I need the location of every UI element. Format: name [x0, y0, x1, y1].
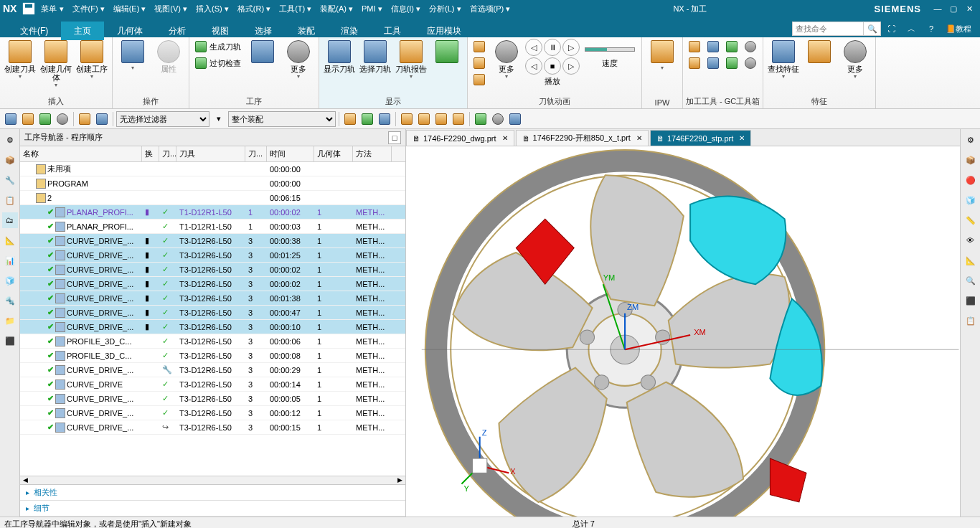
gc-8[interactable]: [742, 55, 759, 71]
tb-10[interactable]: [377, 111, 392, 127]
speed-button[interactable]: 速度: [581, 39, 639, 69]
tb-5[interactable]: [77, 111, 93, 127]
search-input[interactable]: [792, 22, 864, 36]
rr-8[interactable]: 🔍: [963, 273, 979, 288]
menu-11[interactable]: 首选项(P) ▾: [466, 4, 515, 13]
properties-button[interactable]: 属性: [151, 39, 186, 75]
select-toolpath-button[interactable]: 选择刀轨: [358, 39, 392, 75]
rewind-icon[interactable]: ◁: [525, 57, 542, 75]
col-tool-short[interactable]: 刀...: [159, 146, 176, 161]
col-method[interactable]: 方法: [353, 146, 392, 161]
help-icon[interactable]: ?: [923, 20, 940, 37]
filter-select-2[interactable]: 整个装配: [228, 111, 336, 127]
ipw-button[interactable]: ▾: [645, 39, 679, 72]
tb-12[interactable]: [416, 111, 432, 127]
minimize-button[interactable]: —: [931, 2, 944, 15]
collapse-icon[interactable]: ︿: [903, 20, 920, 37]
show-toolpath-button[interactable]: 显示刀轨: [322, 39, 357, 75]
close-icon[interactable]: ✕: [502, 134, 508, 142]
rail-asm-icon[interactable]: 🔧: [2, 172, 18, 188]
rail-tree-icon[interactable]: 📋: [2, 192, 18, 208]
menu-6[interactable]: 工具(T) ▾: [275, 4, 316, 13]
rr-2[interactable]: 📦: [963, 152, 979, 168]
tb-3[interactable]: [37, 111, 53, 127]
gc-2[interactable]: [686, 55, 703, 71]
gc-1[interactable]: [686, 39, 703, 55]
rr-6[interactable]: 👁: [963, 232, 979, 248]
tree-row[interactable]: ✔CURVE_DRIVE✓T3-D12R6-L50300:00:141METH.…: [20, 377, 405, 392]
menu-0[interactable]: 菜单 ▾: [37, 4, 67, 13]
tb-8[interactable]: [342, 111, 358, 127]
find-feature-button[interactable]: 查找特征▾: [766, 39, 801, 81]
menu-3[interactable]: 视图(V) ▾: [150, 4, 192, 13]
search-icon[interactable]: 🔍: [864, 22, 881, 36]
menu-7[interactable]: 装配(A) ▾: [316, 4, 357, 13]
tree-row[interactable]: 200:06:15: [20, 191, 405, 205]
tree-row[interactable]: ✔PLANAR_PROFI...▮✓T1-D12R1-L50100:00:021…: [20, 205, 405, 220]
menu-2[interactable]: 编辑(E) ▾: [109, 4, 151, 13]
rail-e[interactable]: 📁: [2, 313, 18, 329]
create-geometry-button[interactable]: 创建几何体▾: [39, 39, 73, 90]
step-back-icon[interactable]: ◁: [525, 39, 542, 56]
menu-10[interactable]: 分析(L) ▾: [425, 4, 466, 13]
doc-tab-1[interactable]: 🗎1746F2290-开粗850_x_t.prt✕: [516, 130, 649, 146]
create-tool-button[interactable]: 创建刀具▾: [3, 39, 37, 81]
rr-5[interactable]: 📏: [963, 212, 979, 228]
tree-row[interactable]: ✔CURVE_DRIVE_...↪T3-D12R6-L50300:00:151M…: [20, 420, 405, 435]
tree-row[interactable]: ✔CURVE_DRIVE_...▮✓T3-D12R6-L50300:00:021…: [20, 277, 405, 291]
save-icon[interactable]: [22, 1, 36, 16]
details-panel[interactable]: 细节: [20, 501, 405, 517]
tb-7[interactable]: ▾: [211, 111, 227, 127]
rail-a[interactable]: 📐: [2, 232, 18, 248]
stop-icon[interactable]: ■: [544, 57, 561, 75]
play-icon[interactable]: ▷: [562, 39, 580, 56]
doc-tab-0[interactable]: 🗎1746-F2290_dwg.prt✕: [406, 130, 514, 146]
rr-7[interactable]: 📐: [963, 253, 979, 268]
fullscreen-icon[interactable]: ⛶: [882, 20, 900, 37]
rr-1[interactable]: ⚙: [963, 132, 979, 148]
tb-14[interactable]: [451, 111, 466, 127]
tree-row[interactable]: ✔CURVE_DRIVE_...✓T3-D12R6-L50300:00:121M…: [20, 406, 405, 420]
rail-settings-icon[interactable]: ⚙: [2, 132, 18, 148]
close-icon[interactable]: ✕: [739, 134, 745, 142]
rr-3[interactable]: 🔴: [963, 172, 979, 188]
tb-9[interactable]: [359, 111, 375, 127]
tb-16[interactable]: [490, 111, 506, 127]
menu-1[interactable]: 文件(F) ▾: [68, 4, 109, 13]
menu-4[interactable]: 插入(S) ▾: [192, 4, 233, 13]
create-operation-button[interactable]: 创建工序▾: [75, 39, 109, 81]
rail-d[interactable]: 🔩: [2, 293, 18, 308]
menu-8[interactable]: PMI ▾: [357, 4, 387, 13]
gc-6[interactable]: [723, 55, 740, 71]
tutorial-link[interactable]: 📙 教程: [943, 20, 974, 37]
anim-btn-1[interactable]: [471, 39, 488, 55]
tb-1[interactable]: [3, 111, 19, 127]
rail-b[interactable]: 📊: [2, 253, 18, 268]
rr-10[interactable]: 📋: [963, 313, 979, 329]
gc-7[interactable]: [742, 39, 759, 55]
tree-row[interactable]: ✔CURVE_DRIVE_...▮✓T3-D12R6-L50300:00:381…: [20, 234, 405, 248]
feat-2[interactable]: [802, 39, 837, 66]
gc-4[interactable]: [705, 55, 722, 71]
gc-3[interactable]: [705, 39, 722, 55]
close-icon[interactable]: ✕: [636, 134, 642, 142]
tree-row[interactable]: ✔CURVE_DRIVE_...▮✓T3-D12R6-L50300:00:101…: [20, 320, 405, 334]
col-name[interactable]: 名称: [20, 146, 142, 161]
tb-15[interactable]: [473, 111, 489, 127]
anim-btn-3[interactable]: [471, 72, 488, 88]
tree-row[interactable]: ✔CURVE_DRIVE_...✓T3-D12R6-L50300:00:051M…: [20, 392, 405, 406]
tree-row[interactable]: ✔CURVE_DRIVE_...▮✓T3-D12R6-L50300:01:251…: [20, 248, 405, 263]
tree-body[interactable]: 未用项00:00:00PROGRAM00:00:00200:06:15✔PLAN…: [20, 162, 405, 476]
tree-row[interactable]: 未用项00:00:00: [20, 162, 405, 176]
tree-row[interactable]: ✔CURVE_DRIVE_...▮✓T3-D12R6-L50300:00:021…: [20, 263, 405, 277]
more-feat-button[interactable]: 更多▾: [838, 39, 872, 81]
tree-row[interactable]: ✔PLANAR_PROFI...✓T1-D12R1-L50100:00:031M…: [20, 220, 405, 234]
col-change[interactable]: 换: [142, 146, 159, 161]
scroll-right[interactable]: ▶: [395, 476, 405, 484]
tree-row[interactable]: ✔CURVE_DRIVE_...▮✓T3-D12R6-L50300:00:471…: [20, 306, 405, 320]
tree-row[interactable]: ✔PROFILE_3D_C...✓T3-D12R6-L50300:00:061M…: [20, 334, 405, 349]
display-icon[interactable]: [430, 39, 464, 66]
more-ops-button[interactable]: 更多▾: [281, 39, 316, 81]
col-time[interactable]: 时间: [267, 146, 314, 161]
tree-row[interactable]: ✔CURVE_DRIVE_...▮✓T3-D12R6-L50300:01:381…: [20, 291, 405, 306]
